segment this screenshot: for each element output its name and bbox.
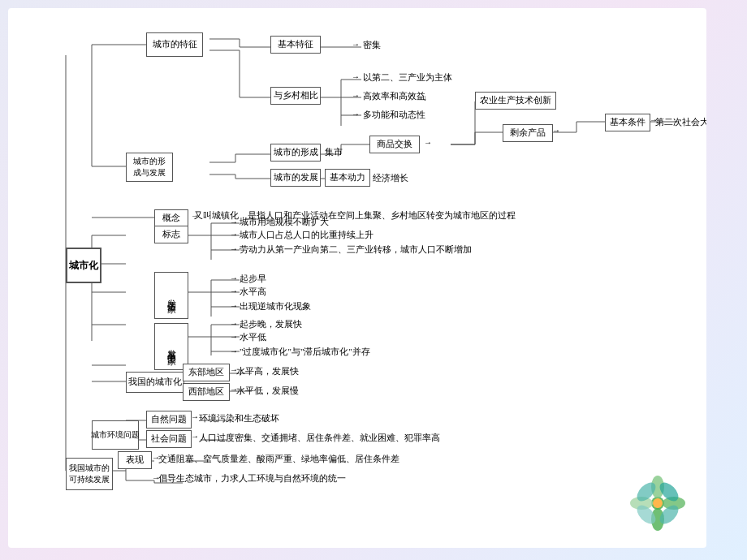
arrow-shangpin: →	[424, 138, 432, 147]
box-jiben-tezheng: 基本特征	[270, 36, 321, 54]
text-biaozhi2: 城市人口占总人口的比重持续上升	[240, 229, 374, 241]
text-fazhan3: 出现逆城市化现象	[240, 300, 311, 312]
text-di-er-ci: 第二次社会大分工	[655, 116, 706, 128]
text-duo-gongneng: 多功能和动态性	[363, 109, 425, 121]
arrow-xibu: →	[230, 385, 238, 394]
box-chengshi-hua: 城市化	[66, 248, 101, 283]
box-yu-xiangcun: 与乡村相比	[270, 87, 321, 105]
text-chang-dao: 倡导生态城市，力求人工环境与自然环境的统一	[158, 472, 346, 485]
box-biaoxian: 表现	[118, 451, 152, 469]
arrow-chang-dao: →	[152, 473, 160, 482]
arrow-biaozhi3: →	[230, 244, 238, 253]
box-shehui-wenti: 社会问题	[146, 430, 192, 448]
decoration-flower	[625, 471, 690, 536]
box-huanjing: 城市环境问题	[92, 420, 139, 450]
box-shangpin: 商品交换	[369, 136, 420, 153]
text-dongbu: 水平高，发展快	[236, 365, 299, 377]
arrow-fz2: →	[230, 332, 238, 341]
box-chengshi-xingcheng2: 城市的形成	[270, 144, 321, 162]
text-fazhan1: 起步早	[240, 273, 266, 285]
text-shehui: 人口过度密集、交通拥堵、居住条件差、就业困难、犯罪率高	[199, 432, 440, 444]
box-xibu: 西部地区	[183, 383, 230, 401]
box-jiben-dongli: 基本动力	[325, 169, 370, 187]
text-fz1: 起步晚，发展快	[240, 318, 302, 330]
arrow-duo-gongneng: →	[352, 110, 360, 118]
arrow-dongbu: →	[230, 365, 238, 374]
box-dongbu: 东部地区	[183, 364, 230, 381]
text-fz2: 水平低	[240, 331, 266, 343]
arrow-di-er-ci: →	[650, 115, 658, 124]
box-chengshi-fazhan: 城市的发展	[270, 169, 321, 187]
diagram: 城市化 城市的特征 城市的形 成与发展 基本特征 与乡村相比 密集 以第二、三产…	[20, 16, 694, 540]
arrow-gaoxiao: →	[352, 91, 360, 100]
arrow-biaozhi2: →	[230, 230, 238, 239]
arrow-biaoxian: →	[152, 453, 160, 462]
box-biaozhi: 标志	[154, 226, 188, 243]
box-jiben-tiaojian: 基本条件	[605, 114, 650, 131]
arrow-jiben-tiaojian: →	[552, 126, 560, 135]
box-woguo-chengshi: 我国的城市化	[126, 372, 184, 393]
text-fz3: "过度城市化"与"滞后城市化"并存	[240, 346, 370, 358]
box-shengyu: 剩余产品	[503, 124, 553, 142]
arrow-miji: →	[352, 40, 360, 49]
text-biaozhi1: 城市用地规模不断扩大	[240, 216, 329, 228]
box-nongye: 农业生产技术创新	[475, 92, 556, 110]
svg-point-17	[653, 498, 663, 508]
arrow-fazhan3: →	[230, 301, 238, 310]
box-ziran-wenti: 自然问题	[146, 411, 192, 429]
arrow-fazhan1: →	[230, 274, 238, 282]
text-gaoxiao: 高效率和高效益	[363, 90, 425, 102]
arrow-nongye: ↓	[423, 93, 427, 102]
box-fazhan-guojia: 发达国家	[154, 272, 188, 319]
arrow-fz1: →	[230, 319, 238, 328]
text-biaozhi3: 劳动力从第一产业向第二、三产业转移，城市人口不断增加	[240, 243, 472, 256]
arrow-gainian: →	[191, 211, 199, 220]
arrow-di-er-chan: →	[352, 72, 360, 81]
arrow-ziran: →	[191, 412, 199, 421]
arrow-biaozhi1: →	[230, 218, 238, 226]
arrow-fz3: →	[230, 347, 238, 355]
box-chengshi-tezheng: 城市的特征	[146, 32, 203, 57]
main-container: 城市化 城市的特征 城市的形 成与发展 基本特征 与乡村相比 密集 以第二、三产…	[8, 8, 706, 548]
box-gainian: 概念	[154, 209, 188, 227]
text-ziran: 环境污染和生态破坏	[199, 412, 279, 424]
text-xibu: 水平低，发展慢	[236, 385, 299, 397]
text-jingji: 经济增长	[373, 172, 408, 184]
arrow-shehui: →	[191, 432, 199, 441]
text-jishi: 集市	[325, 146, 343, 158]
text-biaoxian: 交通阻塞、空气质量差、酸雨严重、绿地率偏低、居住条件差	[158, 453, 399, 465]
box-chengshi-xingcheng: 城市的形 成与发展	[126, 153, 173, 182]
text-fazhan2: 水平高	[240, 286, 266, 298]
arrow-fazhan2: →	[230, 286, 238, 295]
text-miji: 密集	[363, 39, 381, 51]
box-kechixu: 我国城市的 可持续发展	[66, 458, 113, 490]
text-di-er-chan: 以第二、三产业为主体	[363, 71, 452, 84]
